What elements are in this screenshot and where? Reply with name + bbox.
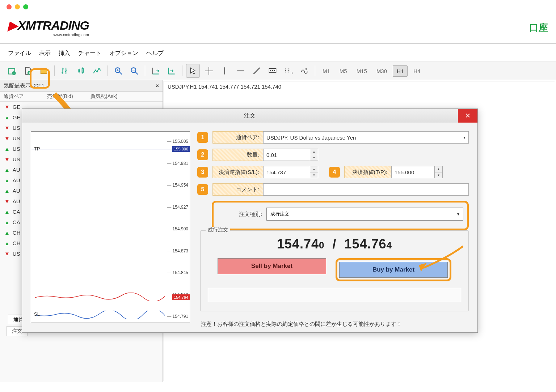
- y-tick: 154.981: [167, 161, 188, 166]
- tp-spinner[interactable]: ▲▼: [435, 166, 443, 178]
- symbol-text: US: [13, 135, 20, 141]
- line-chart-icon[interactable]: [90, 64, 104, 78]
- warning-text: 注意！お客様の注文価格と実際の約定価格との間に差が生じる可能性があります！: [201, 321, 469, 328]
- pair-select[interactable]: USDJPY, US Dollar vs Japanese Yen ▾: [263, 131, 469, 144]
- sl-input[interactable]: 154.737: [263, 166, 310, 178]
- symbol-text: AU: [13, 188, 20, 194]
- symbol-text: AU: [13, 198, 20, 204]
- arrow-up-icon: ▲: [4, 146, 10, 152]
- menu-insert[interactable]: 挿入: [59, 50, 70, 57]
- qty-label: 数量:: [212, 149, 263, 161]
- bid-ask-display: 154.740 / 154.764: [208, 237, 461, 252]
- timeframe-m5[interactable]: M5: [336, 66, 351, 76]
- minimize-window-icon[interactable]: [15, 4, 20, 9]
- market-watch-close-icon[interactable]: ×: [156, 82, 159, 89]
- maximize-window-icon[interactable]: [23, 4, 28, 9]
- order-type-label: 注文種別:: [239, 211, 262, 218]
- arrow-up-icon: ▲: [4, 240, 10, 246]
- zoom-in-icon[interactable]: [111, 64, 125, 78]
- app-header: ▶XMTRADING www.xmtrading.com 口座: [0, 14, 556, 44]
- svg-text:+: +: [13, 71, 15, 75]
- comment-input[interactable]: [263, 183, 469, 196]
- svg-point-25: [272, 70, 273, 71]
- zoom-out-icon[interactable]: [127, 64, 141, 78]
- toolbar: + + F x M1 M5 M15 M30 H1 H4: [0, 62, 556, 80]
- symbol-text: CA: [13, 219, 20, 225]
- sl-field-label: 決済逆指値(S/L):: [212, 166, 263, 178]
- logo-text: XMTRADING: [18, 18, 89, 33]
- chart-shift-icon[interactable]: [165, 64, 178, 78]
- vertical-line-icon[interactable]: [218, 64, 232, 78]
- fibonacci-icon[interactable]: F: [282, 64, 295, 78]
- order-dialog: 注文 ✕ TP 155.000 155.005154.981154.954154…: [22, 108, 478, 333]
- svg-point-24: [270, 70, 271, 71]
- step-badge-1: 1: [197, 132, 208, 143]
- timeframe-h4[interactable]: H4: [410, 66, 424, 76]
- menu-view[interactable]: 表示: [39, 50, 51, 57]
- text-label-icon[interactable]: [266, 64, 279, 78]
- symbol-text: AU: [13, 177, 20, 183]
- arrow-up-icon: ▲: [4, 209, 10, 215]
- symbol-text: CH: [13, 240, 21, 246]
- crosshair-icon[interactable]: [202, 64, 216, 78]
- timeframe-m1[interactable]: M1: [319, 66, 334, 76]
- sell-by-market-button[interactable]: Sell by Market: [218, 258, 326, 274]
- bar-chart-icon[interactable]: [58, 64, 72, 78]
- order-type-value: 成行注文: [270, 211, 289, 217]
- dialog-titlebar: 注文 ✕: [22, 109, 477, 123]
- timeframe-m30[interactable]: M30: [373, 66, 391, 76]
- symbol-text: US: [13, 125, 20, 131]
- menu-file[interactable]: ファイル: [8, 50, 31, 57]
- menu-options[interactable]: オプション: [109, 50, 138, 57]
- comment-label: コメント:: [212, 183, 263, 196]
- highlight-new-order: [30, 68, 50, 89]
- svg-text:F: F: [292, 71, 293, 75]
- auto-scroll-icon[interactable]: [149, 64, 163, 78]
- qty-spinner[interactable]: ▲▼: [310, 149, 318, 161]
- highlight-order-type: 注文種別: 成行注文 ▾: [212, 201, 469, 230]
- new-chart-icon[interactable]: +: [5, 64, 19, 78]
- step-badge-2: 2: [197, 149, 208, 160]
- menu-chart[interactable]: チャート: [78, 50, 101, 57]
- timeframe-h1[interactable]: H1: [393, 65, 408, 77]
- arrow-up-icon: ▲: [4, 167, 10, 173]
- svg-point-26: [274, 70, 275, 71]
- account-link[interactable]: 口座: [529, 21, 548, 34]
- indicators-icon[interactable]: x: [298, 64, 311, 78]
- y-tick: 154.900: [167, 226, 188, 231]
- svg-text:x: x: [305, 67, 307, 71]
- dialog-close-button[interactable]: ✕: [458, 109, 477, 123]
- close-window-icon[interactable]: [7, 4, 12, 9]
- order-type-select[interactable]: 成行注文 ▾: [266, 208, 463, 221]
- buy-by-market-button[interactable]: Buy by Market: [339, 262, 448, 278]
- chevron-down-icon: ▾: [457, 212, 459, 217]
- highlight-buy-button: Buy by Market: [336, 258, 451, 281]
- tp-input[interactable]: 155.000: [391, 166, 435, 178]
- svg-line-22: [253, 68, 260, 74]
- menu-help[interactable]: ヘルプ: [146, 50, 164, 57]
- candlestick-chart-icon[interactable]: [74, 64, 88, 78]
- step-badge-3: 3: [197, 167, 208, 178]
- symbol-text: AU: [13, 167, 20, 173]
- symbol-text: US: [13, 251, 20, 257]
- chart-title: USDJPY,H1 154.741 154.777 154.721 154.74…: [164, 81, 555, 92]
- market-legend: 成行注文: [206, 227, 230, 233]
- horizontal-line-icon[interactable]: [234, 64, 248, 78]
- step-badge-5: 5: [197, 184, 208, 195]
- y-tick: 154.927: [167, 205, 188, 210]
- cursor-icon[interactable]: [186, 64, 200, 78]
- symbol-text: US: [13, 146, 20, 152]
- timeframe-m15[interactable]: M15: [353, 66, 371, 76]
- status-area: [208, 288, 461, 302]
- arrow-down-icon: ▼: [4, 198, 10, 204]
- trendline-icon[interactable]: [250, 64, 264, 78]
- sl-spinner[interactable]: ▲▼: [310, 166, 318, 178]
- menubar: ファイル 表示 挿入 チャート オプション ヘルプ: [0, 44, 556, 62]
- y-tick: 154.873: [167, 248, 188, 253]
- arrow-down-icon: ▼: [4, 125, 10, 131]
- qty-input[interactable]: 0.01: [263, 149, 310, 161]
- pair-label: 通貨ペア:: [212, 131, 263, 144]
- arrow-up-icon: ▲: [4, 188, 10, 194]
- symbol-text: CA: [13, 209, 20, 215]
- dialog-title: 注文: [244, 112, 256, 120]
